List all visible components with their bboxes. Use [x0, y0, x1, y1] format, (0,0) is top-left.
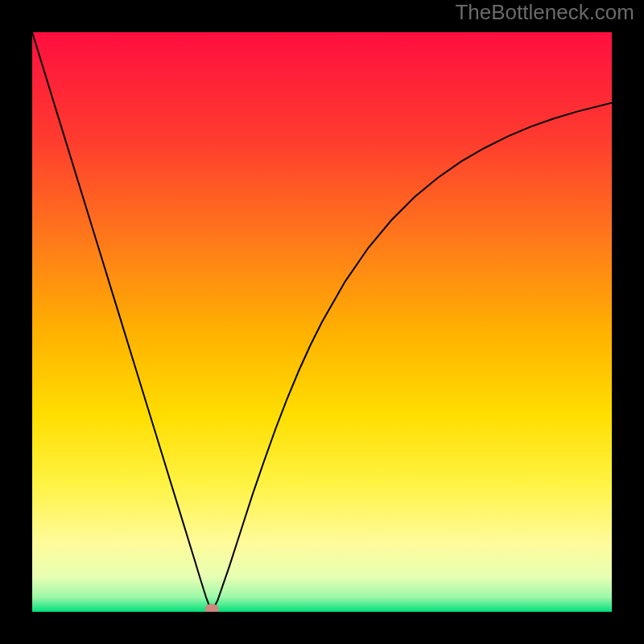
chart-svg — [32, 32, 612, 612]
chart-plot-area — [32, 32, 612, 612]
watermark-text: TheBottleneck.com — [455, 0, 634, 25]
